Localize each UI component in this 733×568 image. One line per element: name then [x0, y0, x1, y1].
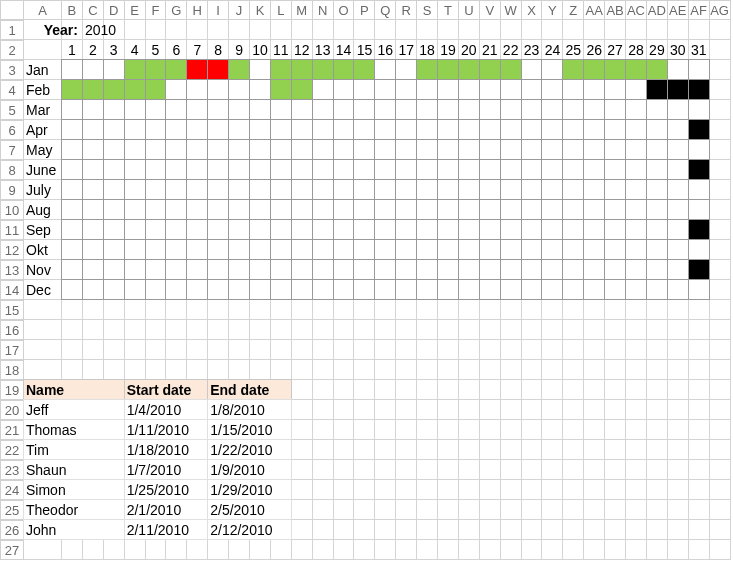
cell[interactable] — [396, 400, 417, 420]
cell[interactable] — [271, 360, 292, 380]
cell[interactable] — [459, 460, 480, 480]
calendar-cell[interactable] — [353, 259, 375, 280]
cell[interactable] — [104, 320, 125, 340]
calendar-cell[interactable] — [249, 179, 271, 200]
cell[interactable] — [542, 20, 563, 40]
calendar-cell[interactable] — [82, 119, 104, 140]
cell[interactable] — [542, 300, 563, 320]
cell[interactable] — [480, 440, 501, 460]
calendar-cell[interactable] — [625, 159, 647, 180]
calendar-cell[interactable] — [604, 99, 626, 120]
calendar-cell[interactable] — [479, 279, 501, 300]
cell[interactable] — [626, 460, 647, 480]
cell[interactable] — [563, 340, 584, 360]
cell[interactable] — [501, 420, 522, 440]
calendar-cell[interactable] — [646, 99, 668, 120]
cell[interactable] — [480, 540, 501, 560]
calendar-cell[interactable] — [604, 279, 626, 300]
cell[interactable] — [313, 420, 334, 440]
calendar-cell[interactable] — [395, 139, 417, 160]
table-cell-end[interactable]: 2/12/2010 — [207, 519, 292, 540]
cell[interactable] — [563, 460, 584, 480]
calendar-cell[interactable] — [312, 159, 334, 180]
calendar-cell[interactable] — [374, 279, 396, 300]
cell[interactable] — [166, 340, 187, 360]
calendar-cell[interactable] — [646, 199, 668, 220]
calendar-cell[interactable] — [353, 79, 375, 100]
cell[interactable] — [605, 300, 626, 320]
cell[interactable] — [146, 20, 167, 40]
cell[interactable] — [292, 400, 313, 420]
cell[interactable] — [417, 420, 438, 440]
cell[interactable] — [584, 380, 605, 400]
cell[interactable] — [438, 460, 459, 480]
cell[interactable] — [584, 300, 605, 320]
calendar-cell[interactable] — [207, 99, 229, 120]
calendar-cell[interactable] — [688, 159, 710, 180]
cell[interactable] — [605, 320, 626, 340]
calendar-cell[interactable] — [583, 119, 605, 140]
cell[interactable] — [480, 480, 501, 500]
calendar-cell[interactable] — [145, 219, 167, 240]
calendar-cell[interactable] — [61, 79, 83, 100]
cell[interactable] — [584, 500, 605, 520]
cell[interactable] — [710, 440, 731, 460]
cell[interactable] — [146, 320, 167, 340]
calendar-cell[interactable] — [521, 239, 543, 260]
calendar-cell[interactable] — [124, 179, 146, 200]
cell[interactable] — [480, 380, 501, 400]
calendar-cell[interactable] — [291, 219, 313, 240]
cell[interactable] — [24, 340, 62, 360]
calendar-cell[interactable] — [124, 219, 146, 240]
cell[interactable] — [647, 300, 668, 320]
calendar-cell[interactable] — [333, 199, 355, 220]
cell[interactable] — [522, 320, 543, 340]
cell[interactable] — [166, 540, 187, 560]
calendar-cell[interactable] — [667, 159, 689, 180]
cell[interactable] — [354, 400, 375, 420]
col-header[interactable]: E — [125, 0, 146, 20]
cell[interactable] — [710, 200, 731, 220]
calendar-cell[interactable] — [604, 119, 626, 140]
calendar-cell[interactable] — [500, 139, 522, 160]
cell[interactable] — [563, 400, 584, 420]
calendar-cell[interactable] — [646, 79, 668, 100]
cell[interactable] — [83, 300, 104, 320]
table-cell-name[interactable]: Thomas — [23, 419, 125, 440]
cell[interactable] — [542, 500, 563, 520]
calendar-cell[interactable] — [145, 239, 167, 260]
cell[interactable] — [375, 360, 396, 380]
calendar-cell[interactable] — [604, 179, 626, 200]
cell[interactable] — [313, 440, 334, 460]
cell[interactable] — [229, 360, 250, 380]
col-header[interactable]: A — [24, 0, 62, 20]
cell[interactable] — [480, 320, 501, 340]
table-cell-start[interactable]: 1/11/2010 — [124, 419, 209, 440]
cell[interactable] — [501, 320, 522, 340]
calendar-cell[interactable] — [437, 219, 459, 240]
cell[interactable] — [710, 260, 731, 280]
cell[interactable] — [313, 400, 334, 420]
calendar-cell[interactable] — [82, 199, 104, 220]
calendar-cell[interactable] — [312, 279, 334, 300]
cell[interactable] — [459, 320, 480, 340]
table-cell-name[interactable]: Shaun — [23, 459, 125, 480]
col-header[interactable]: K — [250, 0, 271, 20]
cell[interactable] — [229, 540, 250, 560]
calendar-cell[interactable] — [228, 199, 250, 220]
cell[interactable] — [438, 380, 459, 400]
cell[interactable] — [563, 540, 584, 560]
calendar-cell[interactable] — [604, 159, 626, 180]
calendar-cell[interactable] — [249, 259, 271, 280]
col-header[interactable]: P — [354, 0, 375, 20]
calendar-cell[interactable] — [479, 79, 501, 100]
calendar-cell[interactable] — [270, 179, 292, 200]
calendar-cell[interactable] — [291, 59, 313, 80]
calendar-cell[interactable] — [458, 119, 480, 140]
cell[interactable] — [522, 520, 543, 540]
cell[interactable] — [668, 20, 689, 40]
cell[interactable] — [104, 360, 125, 380]
calendar-cell[interactable] — [228, 99, 250, 120]
cell[interactable] — [584, 440, 605, 460]
calendar-cell[interactable] — [416, 279, 438, 300]
